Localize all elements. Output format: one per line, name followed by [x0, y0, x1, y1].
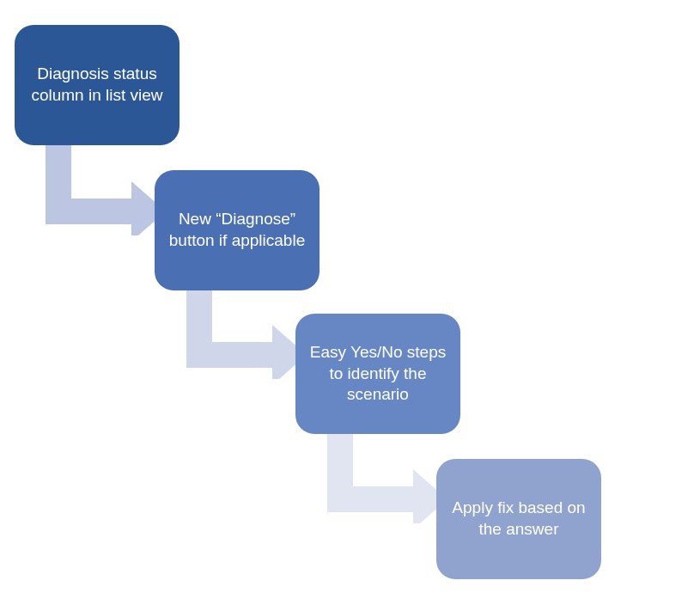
- flow-arrow-1: [30, 137, 167, 235]
- flow-arrow-2: [171, 280, 308, 379]
- flow-arrow-3: [312, 425, 449, 523]
- flow-step-1-label: Diagnosis status column in list view: [28, 64, 166, 106]
- flow-step-2: New “Diagnose” button if applicable: [155, 170, 320, 290]
- flow-step-1: Diagnosis status column in list view: [15, 25, 180, 145]
- flow-step-2-label: New “Diagnose” button if applicable: [168, 209, 306, 251]
- flow-step-4-label: Apply fix based on the answer: [450, 498, 587, 540]
- flow-step-3: Easy Yes/No steps to identify the scenar…: [295, 314, 460, 434]
- flow-step-3-label: Easy Yes/No steps to identify the scenar…: [309, 342, 447, 406]
- flow-step-4: Apply fix based on the answer: [436, 459, 601, 579]
